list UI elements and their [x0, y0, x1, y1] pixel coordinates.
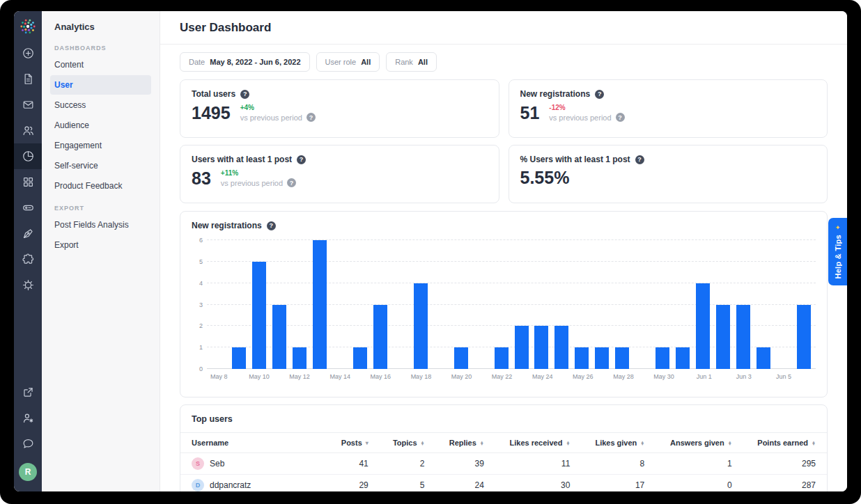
sidebar-item-product-feedback[interactable]: Product Feedback — [50, 176, 151, 196]
help-icon[interactable]: ? — [635, 155, 644, 164]
bar-slot-may-28 — [612, 240, 633, 369]
cell-value: 24 — [435, 475, 495, 492]
external-link-icon[interactable] — [14, 379, 42, 405]
bar-may-27[interactable] — [595, 347, 609, 369]
column-header-points-earned[interactable]: Points earned▲▼ — [743, 433, 827, 453]
filter-value: All — [361, 58, 371, 66]
filter-value: May 8, 2022 - Jun 6, 2022 — [210, 58, 300, 66]
help-icon[interactable]: ? — [267, 221, 276, 230]
column-header-likes-given[interactable]: Likes given▲▼ — [581, 433, 656, 453]
help-icon[interactable]: ? — [287, 178, 296, 187]
x-tick-label: Jun 5 — [774, 373, 794, 380]
rail-bottom-nav — [14, 379, 42, 457]
bar-may-12[interactable] — [293, 347, 307, 369]
sidebar-item-user[interactable]: User — [50, 75, 151, 95]
x-tick-label: Jun 1 — [694, 373, 714, 380]
bar-jun-1[interactable] — [696, 283, 710, 369]
document-icon[interactable] — [14, 66, 42, 92]
sort-icon: ▲▼ — [812, 441, 816, 446]
stat-title: Total users — [192, 89, 235, 99]
user-settings-icon[interactable] — [14, 405, 42, 431]
bar-may-28[interactable] — [615, 347, 629, 369]
sidebar-item-audience[interactable]: Audience — [50, 116, 151, 135]
help-icon[interactable]: ? — [297, 155, 306, 164]
bar-may-23[interactable] — [515, 326, 529, 369]
sidebar-item-success[interactable]: Success — [50, 95, 151, 115]
badge-pill-icon[interactable] — [14, 195, 42, 221]
column-header-likes-received[interactable]: Likes received▲▼ — [495, 433, 582, 453]
cell-value: 11 — [495, 453, 582, 475]
page-header: User Dashboard — [160, 11, 847, 45]
bar-may-11[interactable] — [272, 305, 286, 370]
sidebar-item-content[interactable]: Content — [50, 55, 151, 74]
filter-user-role[interactable]: User roleAll — [316, 52, 380, 72]
bar-may-10[interactable] — [252, 262, 266, 369]
pie-chart-icon[interactable] — [14, 143, 42, 169]
bar-slot-may-31 — [673, 240, 693, 369]
user-avatar[interactable]: R — [19, 463, 37, 481]
x-tick-label — [674, 373, 695, 380]
help-icon[interactable]: ? — [595, 90, 604, 99]
bar-may-16[interactable] — [373, 305, 387, 370]
x-tick-label: May 28 — [613, 373, 634, 380]
bar-jun-6[interactable] — [797, 305, 811, 370]
bar-may-25[interactable] — [554, 326, 568, 369]
bar-may-31[interactable] — [676, 347, 690, 369]
help-icon[interactable]: ? — [240, 90, 249, 99]
mail-icon[interactable] — [14, 92, 42, 118]
bar-may-15[interactable] — [353, 347, 367, 369]
help-icon[interactable]: ? — [307, 113, 316, 122]
help-icon[interactable]: ? — [616, 113, 625, 122]
bar-slot-may-17 — [390, 240, 410, 369]
column-header-topics[interactable]: Topics▲▼ — [380, 433, 436, 453]
sidebar-item-export[interactable]: Export — [50, 235, 151, 255]
bar-slot-jun-4 — [753, 240, 773, 369]
stat-card-users-with-at-least-1-post: % Users with at least 1 post?5.55% — [509, 145, 828, 203]
column-header-answers-given[interactable]: Answers given▲▼ — [656, 433, 743, 453]
cell-value: 29 — [328, 475, 380, 492]
x-tick-label: May 22 — [492, 373, 513, 380]
stat-delta: +11% — [221, 169, 296, 177]
stat-title: Users with at least 1 post — [192, 155, 292, 164]
filter-rank[interactable]: RankAll — [386, 52, 437, 72]
column-header-posts[interactable]: Posts▾ — [328, 433, 380, 453]
column-label: Likes given — [595, 439, 637, 447]
users-icon[interactable] — [14, 118, 42, 143]
bar-may-26[interactable] — [575, 347, 589, 369]
y-tick-label: 6 — [199, 237, 203, 244]
bar-jun-4[interactable] — [757, 347, 770, 369]
column-header-username[interactable]: Username — [180, 433, 328, 453]
x-tick-label — [270, 373, 290, 380]
column-label: Replies — [449, 439, 476, 447]
app-logo-icon[interactable] — [19, 17, 37, 36]
x-tick-label: May 18 — [411, 373, 432, 380]
sidebar-item-post-fields-analysis[interactable]: Post Fields Analysis — [50, 215, 151, 235]
bar-may-20[interactable] — [454, 347, 468, 369]
pen-tag-icon[interactable] — [14, 221, 42, 246]
apps-grid-icon[interactable] — [14, 169, 42, 195]
x-tick-label — [350, 373, 371, 380]
create-plus-icon[interactable] — [14, 40, 42, 66]
stat-card-users-with-at-least-1-post: Users with at least 1 post?83+11%vs prev… — [180, 145, 499, 203]
chat-icon[interactable] — [14, 431, 42, 457]
sidebar-item-engagement[interactable]: Engagement — [50, 136, 151, 155]
bar-may-13[interactable] — [313, 240, 327, 369]
column-header-replies[interactable]: Replies▲▼ — [435, 433, 495, 453]
bar-slot-jun-2 — [713, 240, 733, 369]
bar-may-22[interactable] — [495, 347, 509, 369]
bar-jun-2[interactable] — [716, 305, 730, 370]
filter-date[interactable]: DateMay 8, 2022 - Jun 6, 2022 — [180, 52, 310, 72]
x-tick-label: May 24 — [532, 373, 553, 380]
help-tips-tab[interactable]: ✦ Help & Tips — [828, 218, 847, 285]
bar-may-18[interactable] — [414, 283, 428, 369]
y-tick-label: 3 — [199, 301, 203, 308]
settings-gear-icon[interactable] — [14, 272, 42, 298]
cell-value: 295 — [743, 453, 827, 475]
bar-may-24[interactable] — [534, 326, 548, 369]
sidebar-item-self-service[interactable]: Self-service — [50, 156, 151, 175]
bar-may-30[interactable] — [656, 347, 669, 369]
puzzle-icon[interactable] — [14, 246, 42, 272]
bar-may-9[interactable] — [232, 347, 246, 369]
bar-jun-3[interactable] — [736, 305, 750, 370]
x-tick-label — [754, 373, 774, 380]
